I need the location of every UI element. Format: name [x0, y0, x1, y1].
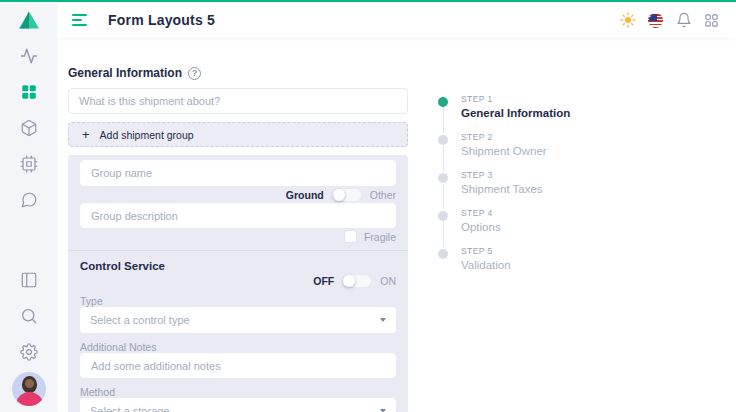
group-name-input[interactable] [80, 160, 396, 186]
avatar-face [25, 379, 34, 388]
toggle-left-label: Ground [286, 189, 324, 201]
notes-label: Additional Notes [80, 341, 396, 352]
section-header: General Information ? [68, 66, 408, 80]
step-1[interactable]: STEP 1 General Information [438, 94, 613, 132]
toggle-knob [333, 189, 345, 201]
avatar-shirt [16, 392, 43, 406]
notifications-bell-icon[interactable] [675, 12, 692, 29]
section-title: General Information [68, 66, 182, 80]
off-label: OFF [313, 275, 334, 287]
menu-toggle-icon[interactable] [72, 14, 87, 26]
step-2[interactable]: STEP 2 Shipment Owner [438, 132, 613, 170]
type-label: Type [80, 295, 396, 306]
step-label: STEP 5 [461, 246, 613, 256]
grid-icon [20, 83, 38, 101]
step-title: Options [461, 221, 613, 233]
step-dot [438, 211, 448, 221]
step-5[interactable]: STEP 5 Validation [438, 246, 613, 284]
sidebar-item-messages[interactable] [0, 182, 57, 218]
shipment-about-input[interactable] [68, 88, 408, 114]
header: Form Layouts 5 [57, 2, 736, 38]
fragile-row: Fragile [80, 230, 396, 243]
cube-icon [20, 119, 38, 137]
additional-notes-input[interactable] [80, 353, 396, 378]
main-content: General Information ? + Add shipment gro… [57, 38, 736, 412]
logo-triangle-icon [18, 10, 40, 30]
ground-other-toggle[interactable] [332, 188, 362, 202]
header-actions [619, 12, 736, 29]
sidebar-item-hardware[interactable] [0, 146, 57, 182]
on-label: ON [380, 275, 396, 287]
shipment-form: General Information ? + Add shipment gro… [68, 38, 408, 412]
step-title: General Information [461, 107, 613, 119]
chevron-down-icon [380, 318, 386, 322]
page-title: Form Layouts 5 [108, 12, 215, 28]
fragile-label: Fragile [364, 231, 396, 243]
method-label: Method [80, 386, 396, 397]
search-icon [20, 307, 38, 325]
app-logo[interactable] [0, 2, 57, 38]
step-title: Validation [461, 259, 613, 271]
step-label: STEP 3 [461, 170, 613, 180]
settings-gear-icon [20, 343, 38, 361]
step-label: STEP 2 [461, 132, 613, 142]
sidebar-item-layout[interactable] [0, 262, 57, 298]
control-service-title: Control Service [80, 260, 396, 272]
chat-icon [20, 191, 38, 209]
sidebar-item-settings[interactable] [0, 334, 57, 370]
step-label: STEP 1 [461, 94, 613, 104]
activity-icon [20, 47, 38, 65]
plus-icon: + [82, 128, 90, 141]
add-group-label: Add shipment group [100, 129, 194, 141]
form-stepper: STEP 1 General Information STEP 2 Shipme… [438, 94, 613, 284]
step-dot [438, 173, 448, 183]
step-dot [438, 249, 448, 259]
step-dot [438, 135, 448, 145]
step-title: Shipment Taxes [461, 183, 613, 195]
sidebar-item-activity[interactable] [0, 38, 57, 74]
user-avatar[interactable] [12, 372, 46, 406]
step-title: Shipment Owner [461, 145, 613, 157]
control-type-placeholder: Select a control type [90, 314, 190, 326]
ground-other-toggle-row: Ground Other [80, 188, 396, 202]
panel-divider [68, 250, 408, 251]
shipment-group-panel: Ground Other Fragile Control Service OFF… [68, 155, 408, 412]
apps-grid-menu-icon[interactable] [703, 12, 720, 29]
sidebar-item-dashboard-active[interactable] [0, 74, 57, 110]
layout-icon [20, 271, 38, 289]
step-label: STEP 4 [461, 208, 613, 218]
toggle-knob [343, 275, 355, 287]
off-on-toggle-row: OFF ON [80, 274, 396, 288]
storage-placeholder: Select a storage [90, 405, 170, 412]
add-shipment-group-button[interactable]: + Add shipment group [68, 122, 408, 147]
step-3[interactable]: STEP 3 Shipment Taxes [438, 170, 613, 208]
fragile-checkbox[interactable] [344, 230, 357, 243]
sidebar [0, 2, 57, 412]
control-type-select[interactable]: Select a control type [80, 307, 396, 333]
help-icon[interactable]: ? [188, 67, 201, 80]
sidebar-item-extra-components[interactable] [0, 110, 57, 146]
toggle-right-label: Other [370, 189, 396, 201]
cpu-icon [20, 155, 38, 173]
step-4[interactable]: STEP 4 Options [438, 208, 613, 246]
storage-method-select[interactable]: Select a storage [80, 398, 396, 412]
group-description-input[interactable] [80, 203, 396, 228]
theme-sun-icon[interactable] [619, 12, 636, 29]
sidebar-item-search[interactable] [0, 298, 57, 334]
top-accent-strip [0, 0, 736, 2]
step-dot [438, 97, 448, 107]
control-service-toggle[interactable] [342, 274, 372, 288]
us-flag-icon [648, 13, 663, 28]
language-flag-icon[interactable] [647, 12, 664, 29]
